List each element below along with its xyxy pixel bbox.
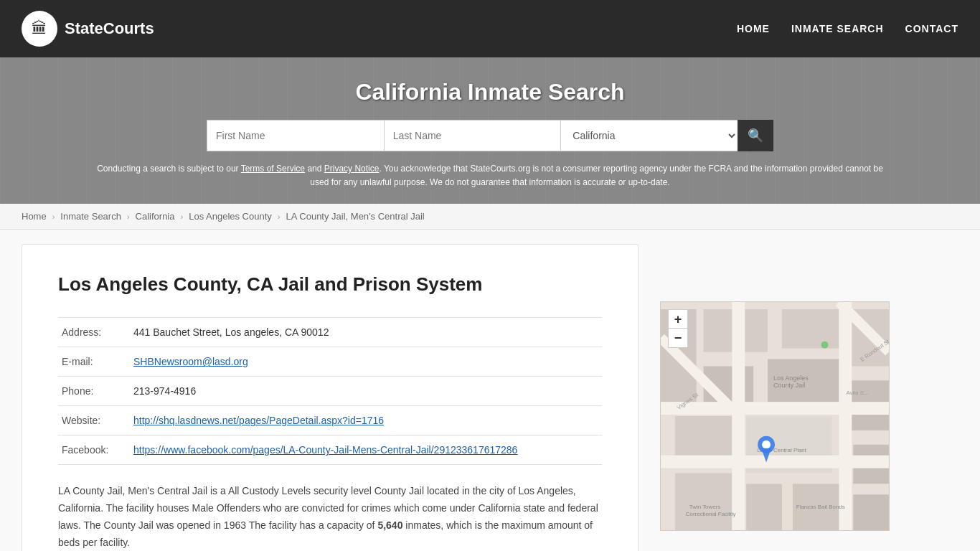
main-nav: HOME INMATE SEARCH CONTACT: [737, 23, 958, 34]
website-value: http://shq.lasdnews.net/pages/PageDetail…: [130, 406, 602, 435]
breadcrumb-california[interactable]: California: [136, 211, 175, 222]
breadcrumb-home[interactable]: Home: [22, 211, 47, 222]
svg-text:County Jail: County Jail: [773, 382, 805, 390]
website-link[interactable]: http://shq.lasdnews.net/pages/PageDetail…: [133, 415, 384, 426]
phone-value: 213-974-4916: [130, 377, 602, 406]
breadcrumb-current: LA County Jail, Men's Central Jail: [286, 211, 424, 222]
last-name-input[interactable]: [384, 120, 561, 151]
nav-contact[interactable]: CONTACT: [905, 23, 958, 34]
email-link[interactable]: SHBNewsroom@lasd.org: [133, 356, 248, 367]
address-row: Address: 441 Bauchet Street, Los angeles…: [58, 318, 602, 347]
website-label: Website:: [58, 406, 130, 435]
svg-rect-15: [661, 402, 889, 415]
svg-rect-16: [661, 456, 889, 468]
svg-rect-14: [853, 495, 889, 531]
facility-info-box: Los Angeles County, CA Jail and Prison S…: [22, 244, 639, 551]
logo-icon: 🏛: [22, 11, 57, 47]
breadcrumb-sep-1: ›: [52, 212, 55, 221]
nav-home[interactable]: HOME: [737, 23, 770, 34]
map-zoom-controls: + −: [668, 309, 688, 348]
hero-section: California Inmate Search Select State Al…: [0, 57, 980, 204]
facility-description: LA County Jail, Men's Central Jail is a …: [58, 483, 602, 551]
svg-rect-8: [675, 474, 732, 531]
svg-rect-17: [732, 302, 745, 530]
search-form: Select State AlabamaAlaskaArizonaArkansa…: [207, 120, 773, 151]
site-header: 🏛 StateCourts HOME INMATE SEARCH CONTACT: [0, 0, 980, 57]
breadcrumb: Home › Inmate Search › California › Los …: [0, 204, 980, 230]
map-zoom-out[interactable]: −: [669, 329, 687, 347]
privacy-link[interactable]: Privacy Notice: [324, 164, 380, 174]
hero-title: California Inmate Search: [14, 79, 966, 105]
map-zoom-in[interactable]: +: [669, 310, 687, 329]
breadcrumb-sep-4: ›: [278, 212, 281, 221]
svg-rect-18: [839, 302, 852, 530]
svg-rect-7: [675, 416, 732, 459]
website-row: Website: http://shq.lasdnews.net/pages/P…: [58, 406, 602, 435]
facebook-row: Facebook: https://www.facebook.com/pages…: [58, 435, 602, 465]
email-row: E-mail: SHBNewsroom@lasd.org: [58, 347, 602, 377]
facebook-label: Facebook:: [58, 435, 130, 465]
svg-text:Fianzas Bail Bonds: Fianzas Bail Bonds: [796, 504, 845, 511]
breadcrumb-inmate-search[interactable]: Inmate Search: [60, 211, 121, 222]
svg-rect-2: [782, 309, 839, 349]
svg-point-21: [821, 342, 829, 349]
search-button[interactable]: 🔍: [738, 120, 773, 151]
nav-inmate-search[interactable]: INMATE SEARCH: [791, 23, 884, 34]
facility-title: Los Angeles County, CA Jail and Prison S…: [58, 273, 602, 296]
svg-text:Twin Towers: Twin Towers: [689, 504, 721, 511]
main-content: Los Angeles County, CA Jail and Prison S…: [0, 230, 980, 551]
email-value: SHBNewsroom@lasd.org: [130, 347, 602, 377]
map-svg: Los Angeles County Jail LASD Central Pla…: [661, 302, 889, 530]
address-label: Address:: [58, 318, 130, 347]
svg-text:Los Angeles: Los Angeles: [773, 375, 809, 382]
facility-details-table: Address: 441 Bauchet Street, Los angeles…: [58, 317, 602, 465]
email-label: E-mail:: [58, 347, 130, 377]
disclaimer-text: Conducting a search is subject to our Te…: [95, 162, 885, 189]
phone-row: Phone: 213-974-4916: [58, 377, 602, 406]
site-logo[interactable]: 🏛 StateCourts: [22, 11, 154, 47]
breadcrumb-sep-3: ›: [181, 212, 184, 221]
svg-text:Avila S...: Avila S...: [846, 390, 868, 397]
address-value: 441 Bauchet Street, Los angeles, CA 9001…: [130, 318, 602, 347]
facebook-link[interactable]: https://www.facebook.com/pages/LA-County…: [133, 444, 517, 456]
first-name-input[interactable]: [207, 120, 384, 151]
capacity-value: 5,640: [377, 519, 402, 531]
breadcrumb-sep-2: ›: [127, 212, 130, 221]
terms-link[interactable]: Terms of Service: [241, 164, 305, 174]
breadcrumb-la-county[interactable]: Los Angeles County: [189, 211, 272, 222]
map-container[interactable]: Los Angeles County Jail LASD Central Pla…: [660, 301, 890, 531]
facebook-value: https://www.facebook.com/pages/LA-County…: [130, 435, 602, 465]
phone-label: Phone:: [58, 377, 130, 406]
svg-text:Correctional Facility: Correctional Facility: [686, 512, 736, 518]
svg-point-33: [762, 441, 771, 449]
state-select[interactable]: Select State AlabamaAlaskaArizonaArkansa…: [560, 120, 738, 151]
svg-rect-11: [746, 484, 782, 531]
map-panel: Los Angeles County Jail LASD Central Pla…: [660, 244, 890, 551]
logo-text: StateCourts: [65, 19, 154, 38]
